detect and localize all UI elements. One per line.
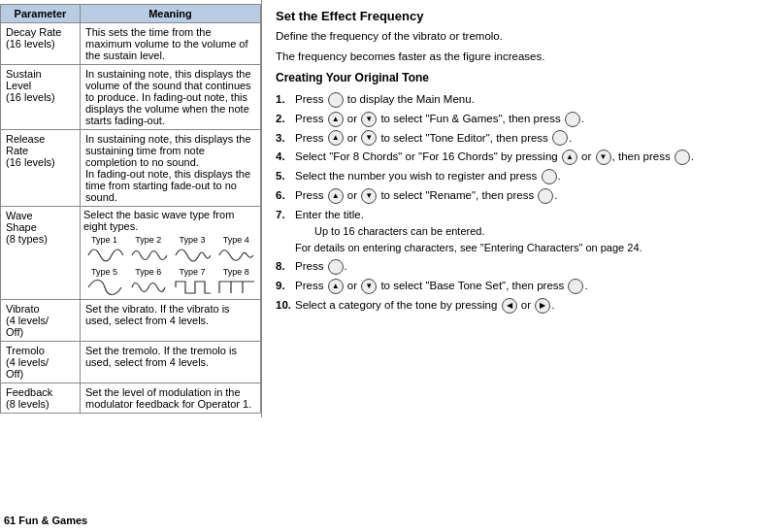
ok-button-icon4	[542, 169, 557, 184]
step-10-content: Select a category of the tone by pressin…	[295, 297, 743, 314]
step-5-content: Select the number you wish to register a…	[295, 168, 743, 184]
wave-type-3-icon	[174, 246, 211, 265]
param-release-rate: ReleaseRate(16 levels)	[1, 130, 81, 207]
up-button-icon: ▲	[328, 112, 344, 127]
ok-button-icon3	[675, 150, 690, 165]
col-header-parameter: Parameter	[1, 5, 81, 23]
meaning-wave-shape: Select the basic wave type from eight ty…	[81, 207, 261, 300]
meaning-sustain-level: In sustaining note, this displays the vo…	[81, 65, 261, 130]
step-num-8: 8.	[276, 258, 295, 275]
up-button-icon2: ▲	[328, 130, 344, 146]
list-item: 10. Select a category of the tone by pre…	[276, 297, 743, 314]
meaning-feedback: Set the level of modulation in the modul…	[81, 383, 261, 414]
section-title: Creating Your Original Tone	[276, 70, 743, 86]
table-row: ReleaseRate(16 levels) In sustaining not…	[1, 130, 261, 207]
down-button-icon2: ▼	[361, 130, 377, 146]
page-title: Set the Effect Frequency	[276, 8, 743, 26]
wave-type-7: Type 7	[172, 267, 214, 297]
step-7-content: Enter the title. Up to 16 characters can…	[295, 207, 743, 255]
ok-button-icon6	[328, 259, 344, 275]
wave-type-5: Type 5	[83, 267, 125, 297]
step-num-7: 7.	[276, 207, 295, 223]
subtitle1: Define the frequency of the vibrato or t…	[276, 28, 743, 45]
wave-type-4-icon	[217, 246, 254, 265]
wave-type-6: Type 6	[127, 267, 169, 297]
left-button-icon: ◀	[502, 298, 517, 314]
wave-type-8-icon	[217, 278, 254, 297]
step-num-2: 2.	[276, 111, 295, 127]
meaning-vibrato: Set the vibrato. If the vibrato is used,…	[81, 300, 261, 342]
table-row: Feedback(8 levels) Set the level of modu…	[1, 383, 261, 414]
wave-type-3: Type 3	[172, 235, 214, 265]
param-decay-rate: Decay Rate(16 levels)	[1, 23, 81, 65]
list-item: 3. Press ▲ or ▼ to select "Tone Editor",…	[276, 130, 743, 147]
wave-type-2: Type 2	[127, 235, 169, 265]
table-row: Vibrato(4 levels/Off) Set the vibrato. I…	[1, 300, 261, 342]
wave-type-4: Type 4	[215, 235, 257, 265]
subtitle2: The frequency becomes faster as the figu…	[276, 49, 743, 65]
step-2-content: Press ▲ or ▼ to select "Fun & Games", th…	[295, 111, 743, 127]
ok-button-icon7	[568, 279, 583, 294]
wave-type-1: Type 1	[83, 235, 125, 265]
footer-text: 61 Fun & Games	[4, 515, 87, 526]
right-button-icon: ▶	[535, 298, 550, 314]
step-num-10: 10.	[276, 297, 295, 314]
list-item: 6. Press ▲ or ▼ to select "Rename", then…	[276, 187, 743, 204]
step-num-1: 1.	[276, 91, 295, 108]
step-6-content: Press ▲ or ▼ to select "Rename", then pr…	[295, 187, 743, 204]
menu-button-icon	[328, 92, 344, 108]
ok-button-icon5	[538, 188, 553, 204]
up-button-icon4: ▲	[328, 188, 344, 204]
wave-type-1-icon	[86, 246, 123, 265]
up-button-icon3: ▲	[562, 150, 577, 165]
step-3-content: Press ▲ or ▼ to select "Tone Editor", th…	[295, 130, 743, 147]
meaning-tremolo: Set the tremolo. If the tremolo is used,…	[81, 342, 261, 383]
parameter-table: Parameter Meaning Decay Rate(16 levels) …	[0, 4, 261, 414]
list-item: 4. Select "For 8 Chords" or "For 16 Chor…	[276, 149, 743, 165]
step-9-content: Press ▲ or ▼ to select "Base Tone Set", …	[295, 278, 743, 294]
table-row: SustainLevel(16 levels) In sustaining no…	[1, 65, 261, 130]
meaning-decay-rate: This sets the time from the maximum volu…	[81, 23, 261, 65]
table-row: WaveShape(8 types) Select the basic wave…	[1, 207, 261, 300]
down-button-icon3: ▼	[596, 150, 611, 165]
step-8-content: Press .	[295, 258, 743, 275]
down-button-icon: ▼	[361, 112, 377, 127]
table-row: Decay Rate(16 levels) This sets the time…	[1, 23, 261, 65]
down-button-icon4: ▼	[361, 188, 377, 204]
step-num-4: 4.	[276, 149, 295, 165]
param-tremolo: Tremolo(4 levels/Off)	[1, 342, 81, 383]
wave-type-7-icon	[174, 278, 211, 297]
wave-grid: Type 1 Type 2	[83, 235, 257, 297]
step-num-5: 5.	[276, 168, 295, 184]
param-vibrato: Vibrato(4 levels/Off)	[1, 300, 81, 342]
wave-type-6-icon	[130, 278, 167, 297]
right-panel: Set the Effect Frequency Define the freq…	[262, 0, 757, 532]
up-button-icon5: ▲	[328, 279, 344, 294]
wave-type-2-icon	[130, 246, 167, 265]
list-item: 5. Select the number you wish to registe…	[276, 168, 743, 184]
ok-button-icon2	[552, 130, 568, 146]
step-num-3: 3.	[276, 130, 295, 147]
list-item: 1. Press to display the Main Menu.	[276, 91, 743, 108]
down-button-icon5: ▼	[361, 279, 377, 294]
wave-type-8: Type 8	[215, 267, 257, 297]
param-sustain-level: SustainLevel(16 levels)	[1, 65, 81, 130]
meaning-release-rate: In sustaining note, this displays the su…	[81, 130, 261, 207]
list-item: 2. Press ▲ or ▼ to select "Fun & Games",…	[276, 111, 743, 127]
table-row: Tremolo(4 levels/Off) Set the tremolo. I…	[1, 342, 261, 383]
list-item: 7. Enter the title. Up to 16 characters …	[276, 207, 743, 255]
step-num-9: 9.	[276, 278, 295, 294]
ok-button-icon	[565, 112, 580, 127]
list-item: 8. Press .	[276, 258, 743, 275]
wave-intro-text: Select the basic wave type from eight ty…	[83, 209, 257, 232]
col-header-meaning: Meaning	[81, 5, 261, 23]
step-list: 1. Press to display the Main Menu. 2. Pr…	[276, 91, 743, 315]
step-1-content: Press to display the Main Menu.	[295, 91, 743, 108]
wave-type-5-icon	[86, 278, 123, 297]
param-feedback: Feedback(8 levels)	[1, 383, 81, 414]
step-7-sub: Up to 16 characters can be entered. For …	[295, 225, 642, 253]
list-item: 9. Press ▲ or ▼ to select "Base Tone Set…	[276, 278, 743, 294]
step-num-6: 6.	[276, 187, 295, 204]
step-4-content: Select "For 8 Chords" or "For 16 Chords"…	[295, 149, 743, 165]
param-wave-shape: WaveShape(8 types)	[1, 207, 81, 300]
